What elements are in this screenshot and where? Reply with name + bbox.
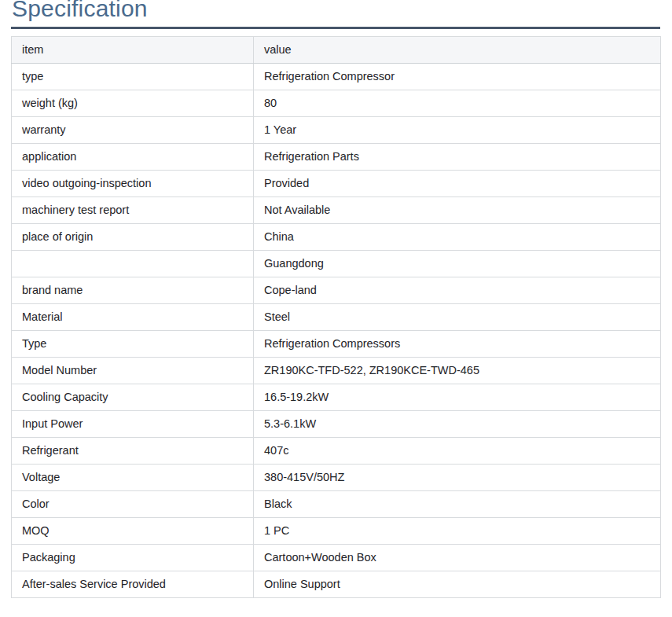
spec-table-body: type Refrigeration Compressor weight (kg…: [12, 63, 661, 597]
spec-item-cell: Type: [12, 330, 254, 357]
table-row: Color Black: [12, 490, 661, 517]
spec-item-cell: warranty: [12, 116, 254, 143]
spec-value-cell: China: [254, 223, 661, 250]
spec-item-cell: weight (kg): [12, 90, 254, 116]
spec-value-cell: 16.5-19.2kW: [254, 384, 661, 410]
heading-underline: [11, 27, 660, 29]
spec-value-cell: Steel: [254, 303, 661, 330]
table-row: Cooling Capacity 16.5-19.2kW: [12, 384, 661, 410]
spec-item-cell: MOQ: [12, 517, 254, 544]
page-title: Specification: [12, 0, 672, 23]
spec-value-cell: Online Support: [254, 571, 661, 597]
spec-value-cell: 1 PC: [254, 517, 661, 544]
header-row: item value: [12, 36, 661, 63]
spec-value-cell: Cope-land: [254, 277, 661, 303]
spec-item-cell: [12, 250, 254, 277]
spec-item-cell: Color: [12, 490, 254, 517]
spec-value-cell: Black: [254, 490, 661, 517]
table-row: Model Number ZR190KC-TFD-522, ZR190KCE-T…: [12, 357, 661, 384]
table-row: warranty 1 Year: [12, 116, 661, 143]
table-row: Refrigerant 407c: [12, 437, 661, 464]
spec-value-cell: ZR190KC-TFD-522, ZR190KCE-TWD-465: [254, 357, 661, 384]
spec-value-cell: 5.3-6.1kW: [254, 410, 661, 437]
specification-page: Specification item value type Refrigerat…: [0, 0, 672, 617]
spec-item-cell: Cooling Capacity: [12, 384, 254, 410]
spec-item-cell: After-sales Service Provided: [12, 571, 254, 597]
spec-item-cell: video outgoing-inspection: [12, 170, 254, 196]
spec-item-cell: brand name: [12, 277, 254, 303]
spec-value-cell: 407c: [254, 437, 661, 464]
table-row: type Refrigeration Compressor: [12, 63, 661, 90]
spec-value-cell: Cartoon+Wooden Box: [254, 544, 661, 571]
spec-item-cell: Refrigerant: [12, 437, 254, 464]
spec-item-cell: place of origin: [12, 223, 254, 250]
spec-item-cell: Voltage: [12, 464, 254, 490]
spec-item-cell: machinery test report: [12, 196, 254, 223]
spec-item-cell: application: [12, 143, 254, 170]
table-row: application Refrigeration Parts: [12, 143, 661, 170]
column-header-value: value: [254, 36, 661, 63]
spec-value-cell: Refrigeration Compressor: [254, 63, 661, 90]
spec-value-cell: Guangdong: [254, 250, 661, 277]
spec-item-cell: Model Number: [12, 357, 254, 384]
table-row: brand name Cope-land: [12, 277, 661, 303]
spec-value-cell: 380-415V/50HZ: [254, 464, 661, 490]
spec-table-header: item value: [12, 36, 661, 63]
spec-value-cell: 80: [254, 90, 661, 116]
table-row: Type Refrigeration Compressors: [12, 330, 661, 357]
spec-value-cell: Not Available: [254, 196, 661, 223]
column-header-item: item: [12, 36, 254, 63]
spec-value-cell: Provided: [254, 170, 661, 196]
table-row: video outgoing-inspection Provided: [12, 170, 661, 196]
table-row: Voltage 380-415V/50HZ: [12, 464, 661, 490]
specification-table: item value type Refrigeration Compressor…: [11, 36, 661, 598]
table-row: place of origin China: [12, 223, 661, 250]
spec-item-cell: Material: [12, 303, 254, 330]
table-row: MOQ 1 PC: [12, 517, 661, 544]
spec-value-cell: Refrigeration Compressors: [254, 330, 661, 357]
spec-value-cell: Refrigeration Parts: [254, 143, 661, 170]
table-row: Guangdong: [12, 250, 661, 277]
spec-item-cell: Input Power: [12, 410, 254, 437]
table-row: Input Power 5.3-6.1kW: [12, 410, 661, 437]
spec-item-cell: type: [12, 63, 254, 90]
table-row: After-sales Service Provided Online Supp…: [12, 571, 661, 597]
table-row: machinery test report Not Available: [12, 196, 661, 223]
spec-item-cell: Packaging: [12, 544, 254, 571]
table-row: Material Steel: [12, 303, 661, 330]
table-row: weight (kg) 80: [12, 90, 661, 116]
spec-value-cell: 1 Year: [254, 116, 661, 143]
table-row: Packaging Cartoon+Wooden Box: [12, 544, 661, 571]
